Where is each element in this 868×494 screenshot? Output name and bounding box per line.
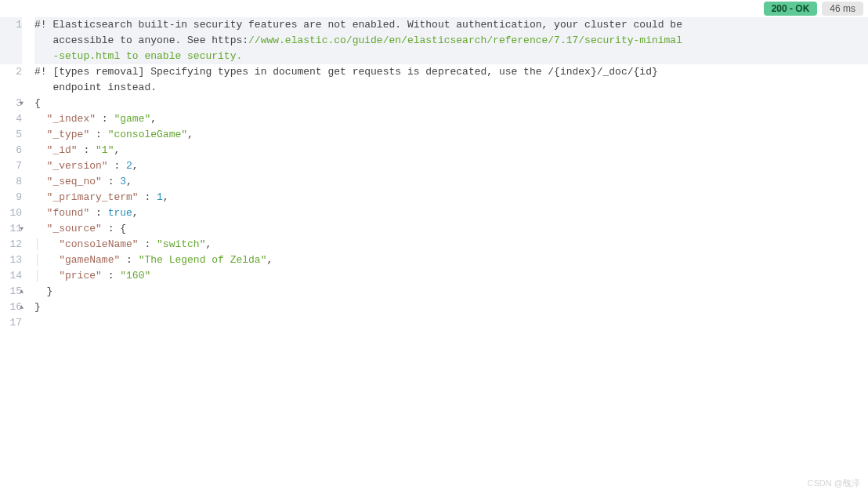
line-number: 1 <box>0 17 22 33</box>
line-number <box>0 49 22 64</box>
line-gutter: 1 2 3▼ 4 5 6 7 8 9 10 11▼ 12 13 14 15▲ 1… <box>0 17 28 331</box>
line-number: 8 <box>0 174 22 190</box>
code-line: "_primary_term" : 1, <box>34 190 868 205</box>
line-number: 14 <box>0 268 22 284</box>
line-number: 17 <box>0 315 22 331</box>
line-number: 3▼ <box>0 96 22 111</box>
code-line: "_index" : "game", <box>34 111 868 127</box>
code-line: } <box>34 300 868 315</box>
fold-icon[interactable]: ▲ <box>20 300 24 315</box>
line-number: 5 <box>0 127 22 143</box>
code-line: #! Elasticsearch built-in security featu… <box>34 17 868 33</box>
code-line: "_id" : "1", <box>34 143 868 158</box>
line-number: 13 <box>0 252 22 268</box>
code-line: -setup.html to enable security. <box>34 49 868 64</box>
fold-icon[interactable]: ▲ <box>20 284 24 300</box>
code-line: "_seq_no" : 3, <box>34 174 868 190</box>
code-line: │ "price" : "160" <box>34 268 868 284</box>
code-line: { <box>34 96 868 111</box>
code-line: } <box>34 284 868 300</box>
code-line: │ "gameName" : "The Legend of Zelda", <box>34 252 868 268</box>
line-number <box>0 80 22 96</box>
code-editor[interactable]: 1 2 3▼ 4 5 6 7 8 9 10 11▼ 12 13 14 15▲ 1… <box>0 17 868 331</box>
code-line: #! [types removal] Specifying types in d… <box>34 64 868 80</box>
line-number: 6 <box>0 143 22 158</box>
line-number: 7 <box>0 158 22 174</box>
code-line <box>34 315 868 331</box>
code-content: #! Elasticsearch built-in security featu… <box>28 17 868 331</box>
line-number: 9 <box>0 190 22 205</box>
code-line: accessible to anyone. See https://www.el… <box>34 33 868 49</box>
line-number: 11▼ <box>0 221 22 237</box>
code-line: "_type" : "consoleGame", <box>34 127 868 143</box>
time-badge: 46 ms <box>822 2 863 16</box>
status-badge: 200 - OK <box>764 2 818 16</box>
code-line: │ "consoleName" : "switch", <box>34 237 868 252</box>
line-number: 12 <box>0 237 22 252</box>
line-number: 10 <box>0 205 22 221</box>
code-line: "found" : true, <box>34 205 868 221</box>
code-line: endpoint instead. <box>34 80 868 96</box>
watermark: CSDN @醜泽 <box>808 478 860 489</box>
fold-icon[interactable]: ▼ <box>20 96 24 111</box>
line-number <box>0 33 22 49</box>
line-number: 15▲ <box>0 284 22 300</box>
code-line: "_version" : 2, <box>34 158 868 174</box>
line-number: 16▲ <box>0 300 22 315</box>
line-number: 2 <box>0 64 22 80</box>
code-line: "_source" : { <box>34 221 868 237</box>
line-number: 4 <box>0 111 22 127</box>
response-header: 200 - OK 46 ms <box>0 0 868 17</box>
fold-icon[interactable]: ▼ <box>20 221 24 237</box>
